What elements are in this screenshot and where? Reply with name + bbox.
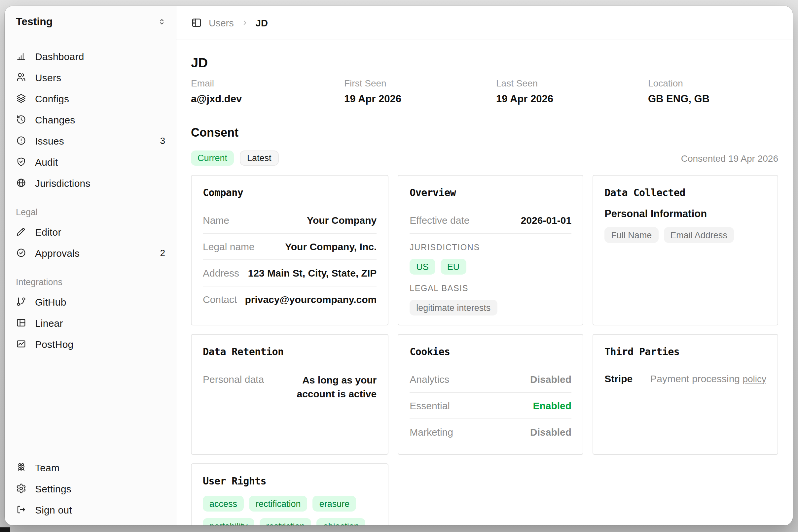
users-icon [16,72,26,82]
sidebar-item-users[interactable]: Users [5,66,176,88]
card-data-retention: Data Retention Personal data As long as … [191,334,388,455]
company-address-row: Address 123 Main St, City, State, ZIP [203,260,377,286]
screen-edge-artifact [0,527,10,532]
sidebar-item-audit[interactable]: Audit [5,151,176,172]
retention-row: Personal data As long as your account is… [203,366,377,407]
kanban-icon [16,318,26,328]
policy-link[interactable]: policy [743,374,766,384]
alert-circle-icon [16,135,26,146]
line-chart-icon [16,339,26,349]
bar-chart-icon [16,51,26,61]
status-badge: Disabled [530,373,572,385]
card-overview: Overview Effective date 2026-01-01 JURIS… [398,175,583,325]
right-tag: portability [203,518,254,526]
user-meta: Email a@jxd.dev First Seen 19 Apr 2026 L… [191,77,778,106]
meta-first-seen: First Seen 19 Apr 2026 [344,77,496,106]
card-company: Company Name Your Company Legal name You… [191,175,388,325]
page-title: JD [191,55,778,71]
consented-date: Consented 19 Apr 2026 [681,153,778,163]
sidebar-section-integrations: Integrations [5,272,176,291]
sidebar-toggle-icon[interactable] [191,17,202,28]
sidebar-item-issues[interactable]: Issues 3 [5,130,176,151]
shield-check-icon [16,156,26,167]
card-user-rights: User Rights access rectification erasure… [191,463,388,526]
consent-heading: Consent [191,126,778,140]
tab-latest[interactable]: Latest [240,151,279,166]
user-rights-tags-row-2: portability restriction objection [203,518,377,526]
meta-location: Location GB ENG, GB [648,77,778,106]
effective-date-row: Effective date 2026-01-01 [410,207,572,234]
breadcrumb-current: JD [256,18,268,28]
third-party-row: Stripe Payment processing policy [604,366,766,391]
desktop: Testing Dashboard Users Configs [0,0,798,532]
layers-icon [16,93,26,103]
legal-basis-label: LEGAL BASIS [410,284,572,293]
gear-icon [16,483,26,494]
workspace-switcher[interactable]: Testing [5,6,176,38]
card-third-parties: Third Parties Stripe Payment processing … [593,334,778,455]
company-contact-row: Contact privacy@yourcompany.com [203,286,377,312]
user-rights-tags-row-1: access rectification erasure [203,496,377,512]
meta-last-seen: Last Seen 19 Apr 2026 [496,77,648,106]
legal-basis-tags: legitimate interests [410,300,572,316]
main-area: Users JD JD Email a@jxd.dev First Seen 1… [176,6,793,526]
sidebar-nav: Dashboard Users Configs Changes Issues [5,38,176,355]
sidebar-footer: Team Settings Sign out [5,457,176,526]
sidebar-item-jurisdictions[interactable]: Jurisdictions [5,172,176,193]
git-branch-icon [16,296,26,307]
app-window: Testing Dashboard Users Configs [5,6,793,526]
pencil-icon [16,226,26,237]
sidebar-item-configs[interactable]: Configs [5,88,176,109]
history-icon [16,114,26,125]
sidebar-item-linear[interactable]: Linear [5,312,176,333]
sidebar-section-legal: Legal [5,203,176,221]
card-data-collected: Data Collected Personal Information Full… [593,175,778,325]
sidebar-item-changes[interactable]: Changes [5,109,176,130]
data-tag: Email Address [664,227,734,243]
issues-count-badge: 3 [160,135,165,146]
jurisdiction-tags: US EU [410,259,572,274]
data-tag: Full Name [604,227,658,243]
consent-cards: Company Name Your Company Legal name You… [191,175,778,526]
jurisdiction-tag: US [410,259,435,274]
third-party-name: Stripe [604,373,633,384]
legal-basis-tag: legitimate interests [410,300,497,316]
circle-check-icon [16,248,26,258]
third-party-purpose: Payment processing policy [650,373,766,384]
data-collected-tags: Full Name Email Address [604,227,766,243]
right-tag: access [203,496,244,512]
sidebar-item-github[interactable]: GitHub [5,291,176,312]
jurisdiction-tag: EU [441,259,466,274]
consent-toolbar: Current Latest Consented 19 Apr 2026 [191,151,778,166]
sidebar-item-settings[interactable]: Settings [5,478,176,499]
sidebar-item-sign-out[interactable]: Sign out [5,499,176,520]
sidebar: Testing Dashboard Users Configs [5,6,176,526]
approvals-count-badge: 2 [160,248,165,258]
data-group-heading: Personal Information [604,207,766,221]
sidebar-item-team[interactable]: Team [5,457,176,478]
workspace-name: Testing [16,16,152,28]
status-badge: Enabled [533,399,572,412]
sidebar-item-approvals[interactable]: Approvals 2 [5,242,176,263]
right-tag: restriction [260,518,311,526]
chevron-right-icon [240,18,249,27]
sign-out-icon [16,504,26,515]
cookies-analytics-row: Analytics Disabled [410,366,572,393]
chevrons-up-down-icon [157,17,166,26]
right-tag: objection [317,518,366,526]
status-badge: Disabled [530,426,572,438]
sidebar-item-dashboard[interactable]: Dashboard [5,45,176,66]
jurisdictions-label: JURISDICTIONS [410,243,572,252]
globe-icon [16,177,26,188]
card-cookies: Cookies Analytics Disabled Essential Ena… [398,334,583,455]
company-legal-name-row: Legal name Your Company, Inc. [203,234,377,260]
cookies-essential-row: Essential Enabled [410,393,572,419]
user-detail-page: JD Email a@jxd.dev First Seen 19 Apr 202… [176,40,793,526]
right-tag: rectification [249,496,308,512]
sidebar-item-posthog[interactable]: PostHog [5,333,176,355]
right-tag: erasure [313,496,357,512]
breadcrumb-users-link[interactable]: Users [209,18,234,28]
sidebar-item-editor[interactable]: Editor [5,221,176,242]
tab-current[interactable]: Current [191,151,234,166]
breadcrumb: Users JD [176,6,793,40]
